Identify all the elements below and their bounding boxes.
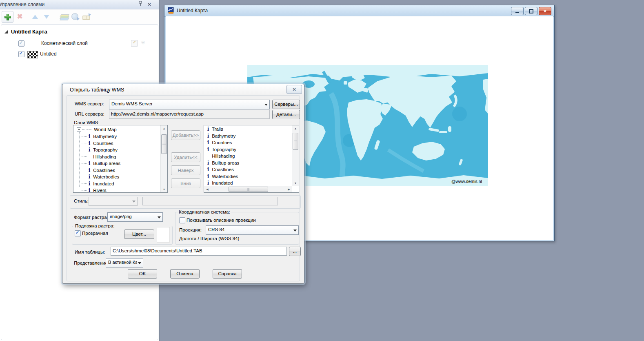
list-item[interactable]: i Builtup areas [82, 160, 160, 167]
list-item[interactable]: i Inundated [206, 180, 292, 185]
remove-layer-button[interactable]: Удалить<< [171, 152, 200, 162]
layer-panel-titlebar: Управление слоями ✕ [0, 0, 159, 9]
list-item[interactable]: i Builtup areas [206, 160, 292, 167]
scroll-down-icon[interactable]: ▼ [161, 186, 167, 192]
label-settings-icon[interactable] [141, 40, 147, 46]
scroll-up-icon[interactable]: ▲ [161, 125, 167, 131]
browse-button[interactable]: ... [289, 247, 301, 256]
move-up-button[interactable]: Наверх [171, 165, 200, 175]
style-combobox[interactable] [89, 197, 138, 206]
remove-layer-button[interactable]: ✖ [14, 11, 25, 22]
info-icon: i [87, 160, 92, 167]
panel-close-icon[interactable]: ✕ [147, 1, 153, 8]
layer-visibility-checkbox[interactable]: ✓ [18, 40, 24, 47]
layer-label: Косметический слой [41, 40, 88, 46]
list-item[interactable]: i Bathymetry [206, 133, 292, 140]
layer-tree-root-row[interactable]: Untitled Карта [1, 28, 158, 36]
add-layer-button[interactable] [2, 11, 13, 23]
scroll-down-icon[interactable]: ▼ [292, 180, 299, 186]
list-item[interactable]: i Waterbodies [82, 174, 160, 181]
chevron-down-icon [132, 201, 135, 203]
move-down-button[interactable]: Вниз [171, 178, 200, 188]
details-button[interactable]: Детали... [272, 110, 300, 119]
layer-visibility-checkbox[interactable]: ✓ [18, 51, 24, 57]
info-icon: i [206, 133, 211, 140]
list-item[interactable]: i Topography [206, 146, 292, 153]
tree-root-item[interactable]: World Map [73, 126, 160, 133]
scroll-right-icon[interactable]: ▶ [286, 186, 292, 192]
ok-button[interactable]: OK [128, 269, 157, 279]
minimize-button[interactable] [511, 7, 524, 15]
available-list-vscrollbar[interactable]: ▲ ▼ [160, 125, 167, 192]
restore-button[interactable] [525, 7, 537, 15]
wms-server-combobox[interactable]: Demis WMS Server [109, 100, 270, 109]
list-item[interactable]: i Bathymetry [82, 133, 160, 140]
table-name-field[interactable]: C:\Users\shmel08\Documents\Untitled.TAB [111, 247, 287, 256]
plus-icon [4, 14, 11, 20]
raster-format-combobox[interactable]: image/png [107, 212, 163, 222]
list-item-label: Topography [211, 147, 236, 152]
scroll-up-icon[interactable]: ▲ [292, 125, 299, 131]
coordsys-group-label: Координатная система: [178, 210, 231, 214]
list-item-label: Countries [211, 140, 232, 145]
layer-row-untitled[interactable]: ✓ Untitled [1, 50, 158, 59]
layer-hotlink-button[interactable] [69, 11, 80, 22]
globe-arrow-icon [71, 13, 78, 20]
pin-icon[interactable] [138, 1, 144, 8]
layer-label-button[interactable] [80, 11, 91, 22]
map-window-title: Untitled Карта [177, 8, 208, 13]
layer-display-button[interactable] [58, 11, 69, 22]
info-icon: i [87, 133, 92, 140]
selected-list-vscrollbar[interactable]: ▲ ▼ [292, 125, 299, 186]
style-field[interactable] [142, 197, 278, 205]
layer-row-cosmetic[interactable]: ✓ Косметический слой [1, 40, 158, 49]
scrollbar-thumb[interactable] [161, 134, 167, 154]
list-item[interactable]: Hillshading [82, 154, 160, 160]
list-item[interactable]: i Coastlines [82, 167, 160, 174]
list-item-label: Countries [92, 141, 113, 146]
edit-style-icon[interactable] [131, 40, 138, 47]
info-icon: i [206, 126, 211, 133]
list-item[interactable]: i Coastlines [206, 166, 292, 173]
list-item[interactable]: i Trails [206, 126, 292, 133]
cancel-button[interactable]: Отмена [170, 269, 200, 279]
selected-list-hscrollbar[interactable]: ◀ ▶ [204, 186, 292, 192]
scrollbar-thumb[interactable] [293, 133, 298, 150]
list-item[interactable]: Hillshading [206, 153, 292, 160]
server-url-field[interactable]: http://www2.demis.nl/mapserver/request.a… [109, 110, 270, 119]
wms-available-list[interactable]: World Map i Bathymetryi Countriesi Topog… [73, 125, 168, 193]
show-projection-checkbox[interactable] [179, 217, 185, 223]
list-item[interactable]: i Rivers [82, 187, 160, 192]
dialog-titlebar[interactable]: Открыть таблицу WMS ✕ [62, 84, 304, 95]
list-item-label: Builtup areas [211, 160, 239, 165]
list-item-label: Builtup areas [92, 161, 120, 166]
add-layer-button[interactable]: Добавить>> [171, 130, 200, 140]
help-button[interactable]: Справка [213, 269, 242, 279]
layers-stack-icon [60, 13, 68, 20]
list-item[interactable]: i Countries [82, 140, 160, 147]
view-combobox[interactable]: В активной Ка [106, 258, 143, 267]
close-button[interactable]: ✕ [539, 7, 551, 15]
map-window-titlebar[interactable]: Untitled Карта ✕ [164, 5, 554, 17]
scrollbar-thumb[interactable] [229, 187, 268, 192]
wms-server-label: WMS сервер: [75, 101, 104, 106]
list-item[interactable]: i Topography [82, 147, 160, 154]
app-screen: Управление слоями ✕ ✖ Untitled Карта ✓ К… [0, 0, 644, 341]
transparent-checkbox[interactable]: ✓ [75, 230, 81, 236]
expander-icon[interactable] [4, 30, 8, 33]
list-item[interactable]: i Inundated [82, 181, 160, 187]
link-pencil-icon [82, 14, 90, 20]
wms-selected-list[interactable]: i Trailsi Bathymetryi Countriesi Topogra… [204, 125, 299, 193]
projection-combobox[interactable]: CRS:84 [206, 225, 299, 235]
open-wms-table-dialog: Открыть таблицу WMS ✕ WMS сервер: Demis … [62, 84, 304, 284]
collapse-icon[interactable] [77, 127, 81, 132]
move-layer-up-button[interactable] [29, 11, 40, 22]
list-item[interactable]: i Waterbodies [206, 173, 292, 180]
list-item[interactable]: i Countries [206, 139, 292, 146]
dialog-close-button[interactable]: ✕ [286, 85, 302, 94]
color-button[interactable]: Цвет... [124, 230, 154, 239]
move-layer-down-button[interactable] [41, 11, 52, 22]
scroll-left-icon[interactable]: ◀ [204, 186, 211, 192]
projection-label: Проекция: [179, 227, 202, 232]
servers-button[interactable]: Серверы... [272, 100, 300, 109]
